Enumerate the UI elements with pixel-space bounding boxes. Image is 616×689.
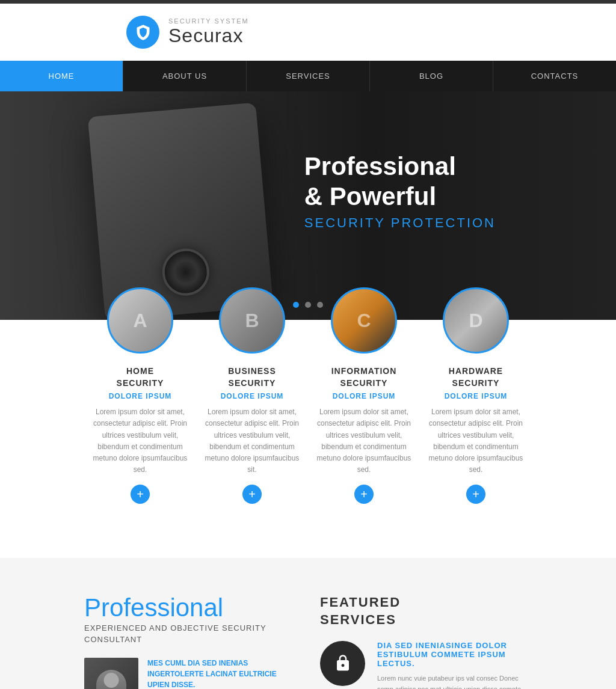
- pro-title: Professional: [84, 594, 296, 622]
- service-circle-a: A: [107, 287, 173, 354]
- nav-services[interactable]: SERVICES: [247, 61, 370, 91]
- service-desc-home: Lorem ipsum dolor sit amet, consectetur …: [91, 406, 189, 476]
- featured-lock-icon-circle: [320, 641, 365, 686]
- featured-card: DIA SED INENIASINGE DOLOR ESTIBULUM COMM…: [320, 641, 532, 690]
- service-desc-hardware: Lorem ipsum dolor sit amet, consectetur …: [427, 406, 525, 476]
- hero-heading: Professional & Powerful: [304, 152, 496, 212]
- nav-contacts[interactable]: CONTACTS: [493, 61, 616, 91]
- featured-card-heading: DIA SED INENIASINGE DOLOR ESTIBULUM COMM…: [377, 641, 532, 668]
- service-link-hardware[interactable]: DOLORE IPSUM: [445, 392, 508, 400]
- featured-title: FEATURED SERVICES: [320, 594, 532, 628]
- service-btn-information[interactable]: +: [354, 485, 374, 504]
- services-section: A HOME SECURITY DOLORE IPSUM Lorem ipsum…: [0, 287, 616, 558]
- service-link-information[interactable]: DOLORE IPSUM: [333, 392, 396, 400]
- pro-person: MES CUML DIA SED INENIAS INGERTOLERTE LA…: [84, 658, 296, 690]
- service-title-hardware: HARDWARE SECURITY: [449, 366, 503, 389]
- pro-avatar: [84, 658, 138, 690]
- nav-about[interactable]: ABOUT US: [123, 61, 247, 91]
- service-circle-b: B: [219, 287, 285, 354]
- service-btn-business[interactable]: +: [242, 485, 262, 504]
- service-circle-d: D: [443, 287, 509, 354]
- avatar-figure: [96, 670, 126, 690]
- navigation: HOME ABOUT US SERVICES BLOG CONTACTS: [0, 61, 616, 91]
- nav-blog[interactable]: BLOG: [370, 61, 493, 91]
- featured-col: FEATURED SERVICES DIA SED INENIASINGE DO…: [320, 594, 532, 689]
- service-title-business: BUSINESS SECURITY: [228, 366, 276, 389]
- service-card-business: B BUSINESS SECURITY DOLORE IPSUM Lorem i…: [203, 287, 301, 504]
- service-btn-home[interactable]: +: [131, 485, 150, 504]
- service-desc-information: Lorem ipsum dolor sit amet, consectetur …: [315, 406, 413, 476]
- pro-quote-block: MES CUML DIA SED INENIAS INGERTOLERTE LA…: [147, 658, 296, 690]
- bottom-section: Professional EXPERIENCED AND OBJECTIVE S…: [0, 558, 616, 689]
- logo-icon: [126, 16, 159, 49]
- pro-quote: MES CUML DIA SED INENIAS INGERTOLERTE LA…: [147, 658, 296, 690]
- header: SECURITY SYSTEM Securax: [0, 4, 616, 61]
- service-cards-row: A HOME SECURITY DOLORE IPSUM Lorem ipsum…: [84, 287, 532, 504]
- hero-text: Professional & Powerful SECURITY PROTECT…: [304, 152, 496, 231]
- hero-section: Professional & Powerful SECURITY PROTECT…: [0, 91, 616, 320]
- service-card-information: C INFORMATION SECURITY DOLORE IPSUM Lore…: [315, 287, 413, 504]
- service-link-business[interactable]: DOLORE IPSUM: [221, 392, 284, 400]
- featured-card-content: DIA SED INENIASINGE DOLOR ESTIBULUM COMM…: [377, 641, 532, 690]
- service-desc-business: Lorem ipsum dolor sit amet, consectetur …: [203, 406, 301, 476]
- professional-col: Professional EXPERIENCED AND OBJECTIVE S…: [84, 594, 296, 689]
- service-title-home: HOME SECURITY: [117, 366, 164, 389]
- service-btn-hardware[interactable]: +: [466, 485, 485, 504]
- service-title-information: INFORMATION SECURITY: [331, 366, 397, 389]
- lock-icon: [334, 654, 352, 672]
- logo-title: Securax: [168, 25, 249, 47]
- service-card-home: A HOME SECURITY DOLORE IPSUM Lorem ipsum…: [91, 287, 189, 504]
- logo-subtitle: SECURITY SYSTEM: [168, 17, 249, 25]
- logo-text: SECURITY SYSTEM Securax: [168, 17, 249, 47]
- service-card-hardware: D HARDWARE SECURITY DOLORE IPSUM Lorem i…: [427, 287, 525, 504]
- featured-card-text: Lorem nunc vuie putabeur ips val consec …: [377, 673, 532, 690]
- nav-home[interactable]: HOME: [0, 61, 123, 91]
- pro-subtitle: EXPERIENCED AND OBJECTIVE SECURITY CONSU…: [84, 622, 296, 646]
- service-link-home[interactable]: DOLORE IPSUM: [109, 392, 172, 400]
- service-circle-c: C: [331, 287, 397, 354]
- hero-subheading: SECURITY PROTECTION: [304, 215, 496, 231]
